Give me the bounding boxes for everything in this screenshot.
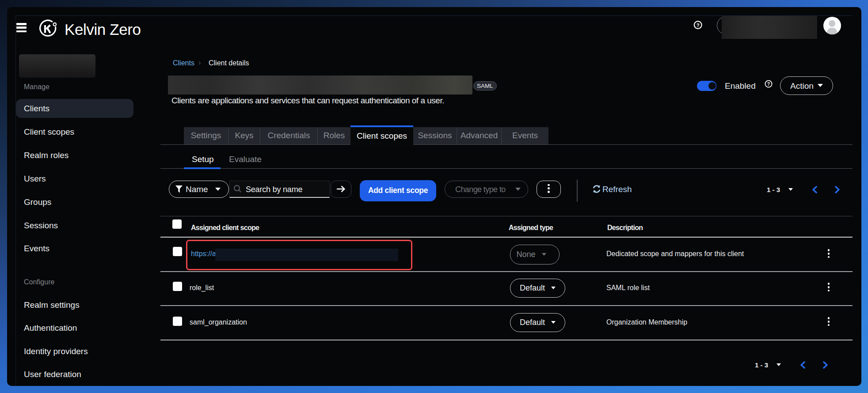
svg-text:?: ? [697,23,700,28]
svg-text:?: ? [767,81,770,87]
